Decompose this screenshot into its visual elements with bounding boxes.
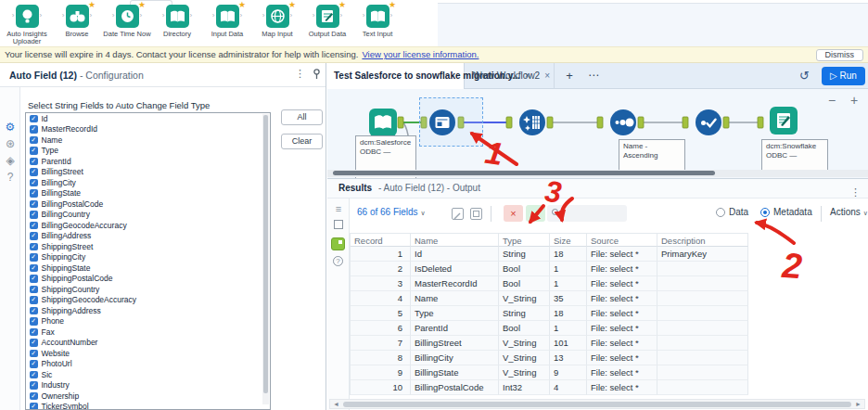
checkbox-checked-icon[interactable]: ✓ — [30, 392, 38, 401]
field-checkbox-item[interactable]: ✓BillingPostalCode — [26, 199, 270, 210]
column-header-type[interactable]: Type — [499, 233, 550, 247]
field-checkbox-item[interactable]: ✓Industry — [26, 380, 270, 391]
checkbox-checked-icon[interactable]: ✓ — [30, 136, 38, 145]
node-auto-field[interactable] — [428, 109, 456, 136]
checkbox-checked-icon[interactable]: ✓ — [30, 339, 38, 347]
data-radio[interactable]: Data — [716, 207, 748, 217]
checkbox-checked-icon[interactable]: ✓ — [30, 360, 38, 368]
palette-tool-input-data[interactable]: ★››Input Data — [202, 3, 252, 45]
palette-tool-map-input[interactable]: ★››Map Input — [252, 3, 302, 45]
checkbox-checked-icon[interactable]: ✓ — [30, 125, 38, 134]
field-checkbox-item[interactable]: ✓ParentId — [26, 156, 270, 167]
results-horizontal-scrollbar[interactable]: ◄ ► — [329, 399, 865, 409]
scrollbar-thumb[interactable] — [263, 115, 268, 393]
field-checkbox-item[interactable]: ✓BillingState — [26, 188, 270, 199]
column-header-size[interactable]: Size — [550, 233, 587, 247]
run-button[interactable]: ▷ Run — [822, 67, 865, 85]
help-icon[interactable]: ? — [4, 171, 17, 184]
pin-icon[interactable] — [312, 69, 322, 82]
checkbox-checked-icon[interactable]: ✓ — [30, 403, 38, 410]
table-row[interactable]: 9BillingStateV_String9File: select * — [350, 365, 748, 380]
checkbox-checked-icon[interactable]: ✓ — [30, 232, 38, 240]
table-row[interactable]: 6ParentIdBool1File: select * — [350, 321, 748, 336]
checkbox-checked-icon[interactable]: ✓ — [30, 222, 38, 230]
clear-button[interactable]: Clear — [281, 134, 323, 149]
palette-tool-output-data[interactable]: ★››Output Data — [302, 3, 352, 45]
circled-asterisk-icon[interactable]: ⊛ — [4, 137, 17, 150]
apply-filter-button[interactable]: ✓ — [526, 205, 545, 222]
column-header-description[interactable]: Description — [657, 233, 748, 247]
canvas-zoom-out-button[interactable]: − — [828, 93, 836, 108]
help-icon[interactable]: ? — [333, 256, 343, 266]
checkbox-checked-icon[interactable]: ✓ — [30, 264, 38, 273]
checkbox-checked-icon[interactable]: ✓ — [30, 115, 38, 123]
field-checkbox-item[interactable]: ✓BillingAddress — [26, 231, 270, 242]
cancel-filter-button[interactable]: × — [504, 205, 523, 222]
tab-workflow-2[interactable]: *New Workflow2× — [466, 63, 555, 89]
field-checkbox-item[interactable]: ✓ShippingPostalCode — [26, 274, 270, 285]
checkbox-checked-icon[interactable]: ✓ — [30, 200, 38, 209]
checkbox-checked-icon[interactable]: ✓ — [30, 328, 38, 337]
table-row[interactable]: 7BillingStreetV_String101File: select * — [350, 336, 748, 351]
node-output-data[interactable] — [770, 107, 798, 135]
field-checkbox-item[interactable]: ✓ShippingCountry — [26, 284, 270, 295]
checkbox-checked-icon[interactable]: ✓ — [30, 168, 38, 176]
palette-tool-date-time-now[interactable]: ★››Date Time Now — [102, 3, 152, 45]
field-checkbox-item[interactable]: ✓BillingStreet — [26, 167, 270, 178]
field-checkbox-item[interactable]: ✓ShippingCity — [26, 252, 270, 263]
scrollbar-thumb[interactable] — [333, 171, 715, 175]
field-checkbox-item[interactable]: ✓BillingCity — [26, 177, 270, 188]
field-checkbox-item[interactable]: ✓ShippingGeocodeAccuracy — [26, 295, 270, 306]
field-checkbox-item[interactable]: ✓ShippingState — [26, 263, 270, 274]
field-checkbox-item[interactable]: ✓Name — [26, 135, 270, 146]
checkbox-checked-icon[interactable]: ✓ — [30, 317, 38, 326]
canvas-zoom-in-button[interactable]: + — [850, 93, 858, 108]
field-checkbox-item[interactable]: ✓Phone — [26, 316, 270, 327]
checkbox-checked-icon[interactable]: ✓ — [30, 179, 38, 187]
checkbox-checked-icon[interactable]: ✓ — [30, 286, 38, 294]
metadata-radio[interactable]: Metadata — [760, 207, 812, 217]
tab-workflow-1[interactable]: Test Salesforce to snowflake migration.y… — [327, 63, 465, 89]
checkbox-checked-icon[interactable]: ✓ — [30, 189, 38, 198]
checkbox-checked-icon[interactable]: ✓ — [30, 243, 38, 251]
checkbox-checked-icon[interactable]: ✓ — [30, 381, 38, 390]
palette-tool-text-input[interactable]: ★››Text Input — [352, 3, 402, 45]
checkbox-checked-icon[interactable]: ✓ — [30, 371, 38, 379]
palette-tool-directory[interactable]: ››Directory — [152, 3, 202, 45]
palette-tool-browse[interactable]: ★››Browse — [52, 3, 102, 45]
list-view-icon[interactable]: ≡ — [332, 202, 345, 215]
search-input[interactable] — [547, 205, 627, 222]
column-header-source[interactable]: Source — [587, 233, 657, 247]
checkbox-checked-icon[interactable]: ✓ — [30, 158, 38, 166]
fields-summary-dropdown[interactable]: 66 of 66 Fields∨ — [357, 207, 426, 217]
field-list-scrollbar[interactable] — [262, 114, 269, 404]
field-checkbox-item[interactable]: ✓BillingGeocodeAccuracy — [26, 220, 270, 231]
checkbox-checked-icon[interactable]: ✓ — [30, 275, 38, 283]
tag-icon[interactable]: ◈ — [4, 154, 17, 167]
tab-close-icon[interactable]: × — [544, 70, 550, 81]
dismiss-button[interactable]: Dismiss — [816, 49, 864, 61]
table-row[interactable]: 4NameV_String35File: select * — [350, 291, 748, 306]
more-tabs-button[interactable]: ⋯ — [585, 68, 602, 84]
field-checkbox-item[interactable]: ✓Sic — [26, 369, 270, 380]
new-tab-button[interactable]: + — [561, 68, 578, 84]
checkbox-checked-icon[interactable]: ✓ — [30, 350, 38, 358]
node-select[interactable] — [518, 109, 546, 136]
field-checkbox-item[interactable]: ✓PhotoUrl — [26, 359, 270, 370]
node-unique[interactable] — [695, 109, 722, 136]
checkbox-checked-icon[interactable]: ✓ — [30, 296, 38, 304]
checkbox-checked-icon[interactable]: ✓ — [30, 211, 38, 219]
table-row[interactable]: 1IdString18File: select *PrimaryKey — [350, 247, 748, 262]
messages-icon[interactable] — [331, 237, 345, 250]
field-checkbox-item[interactable]: ✓Fax — [26, 327, 270, 338]
node-input-data[interactable] — [369, 109, 397, 136]
field-checkbox-item[interactable]: ✓TickerSymbol — [26, 402, 270, 410]
gear-icon[interactable]: ⚙ — [4, 121, 17, 134]
edit-cell-icon[interactable] — [452, 208, 464, 220]
checkbox-checked-icon[interactable]: ✓ — [30, 147, 38, 155]
grid-view-icon[interactable] — [332, 219, 345, 232]
version-history-icon[interactable]: ↺ — [799, 69, 810, 83]
kebab-menu-icon[interactable]: ⋮ — [295, 68, 305, 80]
field-checkbox-item[interactable]: ✓ShippingStreet — [26, 241, 270, 252]
field-checkbox-item[interactable]: ✓ShippingAddress — [26, 305, 270, 316]
